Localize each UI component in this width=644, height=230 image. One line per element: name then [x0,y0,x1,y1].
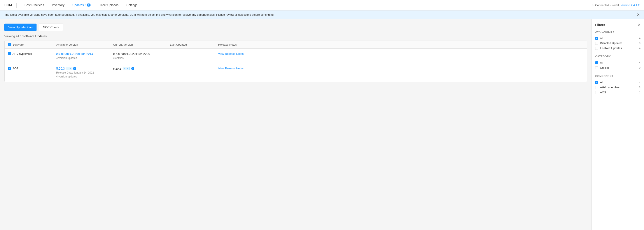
filter-aos-cb[interactable] [595,91,598,94]
col-release-notes: Release Notes [218,43,584,46]
row1-checkbox[interactable] [8,52,11,55]
row1-entities-link[interactable]: 3 entities [113,57,170,60]
nav-item-direct-uploads[interactable]: Direct Uploads [95,0,122,10]
row2-current-version: 5.20.2 LTS i [113,67,170,70]
filter-section-category: Category All 4 Critical 0 [595,55,640,70]
row2-release-notes-link[interactable]: View Release Notes [218,67,244,70]
row1-available-sub: 4 version updates [56,57,113,60]
filter-section-category-title: Category [595,55,640,58]
filter-component-all[interactable]: All 4 [595,80,640,85]
row1-available-version: el7.nutanix.20201105.2244 4 version upda… [56,52,113,60]
nav-item-inventory[interactable]: Inventory [48,0,68,10]
viewing-label: Viewing all 4 Software Updates [4,34,587,38]
app-logo: LCM [4,3,12,7]
filter-disabled-updates[interactable]: Disabled Updates 0 [595,41,640,46]
row2-current-info-icon[interactable]: i [131,67,134,70]
filter-component-all-cb[interactable] [595,81,598,84]
row2-software: AOS [8,67,56,70]
col-current-version: Current Version [113,43,170,46]
nav-item-updates[interactable]: Updates ▾ 4 [69,0,94,10]
select-all-checkbox[interactable] [8,43,11,46]
filter-category-all-cb[interactable] [595,61,598,64]
connection-status: ✈ Connected - Portal [592,3,619,7]
main-area: View Update Plan NCC Check Viewing all 4… [0,19,592,230]
col-available-version: Available Version [56,43,113,46]
row2-release-date: Release Date: January 24, 2022 [56,71,113,74]
software-updates-table: Software Available Version Current Versi… [4,41,587,82]
row2-info-icon[interactable]: i [73,67,76,70]
filter-enabled-updates[interactable]: Enabled Updates 4 [595,46,640,51]
table-row: AHV hypervisor el7.nutanix.20201105.2244… [4,49,587,63]
filter-critical-cb[interactable] [595,66,598,69]
row1-available-version-link[interactable]: el7.nutanix.20201105.2244 [56,52,113,56]
nav-right: ✈ Connected - Portal Version 2.4.4.2 [592,3,640,7]
row2-current-lts-tag: LTS [123,67,130,70]
table-header: Software Available Version Current Versi… [4,41,587,49]
updates-badge: 4 [86,3,90,6]
banner-message: The latest available versions have been … [4,13,274,16]
info-banner: The latest available versions have been … [0,10,644,19]
filter-availability-all[interactable]: All 4 [595,36,640,41]
row2-checkbox[interactable] [8,67,11,70]
row2-release-notes: View Release Notes [218,67,584,70]
toolbar-buttons: View Update Plan NCC Check [4,23,587,31]
row1-current-version: el7.nutanix.20201105.2229 3 entities [113,52,170,60]
top-navigation: LCM Best Practices Inventory Updates ▾ 4… [0,0,644,10]
row2-available-version-link[interactable]: 5.20.3 [56,67,65,70]
content-area: View Update Plan NCC Check Viewing all 4… [0,19,644,230]
filter-ahv-cb[interactable] [595,86,598,89]
nav-item-settings[interactable]: Settings [123,0,141,10]
filters-close-button[interactable]: ✕ [638,23,640,27]
row1-release-notes: View Release Notes [218,52,584,55]
filter-section-availability-title: Availability [595,30,640,33]
filter-disabled-cb[interactable] [595,42,598,45]
filters-title: Filters [595,23,605,27]
col-software: Software [8,43,56,46]
view-update-plan-button[interactable]: View Update Plan [4,23,36,31]
nav-items: Best Practices Inventory Updates ▾ 4 Dir… [21,0,592,10]
filter-enabled-cb[interactable] [595,47,598,50]
nav-item-best-practices[interactable]: Best Practices [21,0,48,10]
filter-aos[interactable]: AOS 1 [595,90,640,95]
banner-close-button[interactable]: ✕ [637,13,640,17]
col-last-updated: Last Updated [170,43,218,46]
filter-section-availability: Availability All 4 Disabled Updates 0 En… [595,30,640,51]
row2-lts-tag: LTS [66,67,72,70]
filter-availability-all-cb[interactable] [595,37,598,40]
updates-dropdown-icon: ▾ [85,4,86,6]
filter-section-component-title: Component [595,75,640,78]
version-link[interactable]: Version 2.4.4.2 [620,3,640,7]
connected-icon: ✈ [592,3,594,7]
table-row: AOS 5.20.3 LTS i Release Date: January 2… [4,63,587,82]
row2-available-sub: 4 version updates [56,75,113,78]
row1-software: AHV hypervisor [8,52,56,55]
filter-section-component: Component All 4 AHV hypervisor 3 AOS [595,75,640,95]
filter-ahv-hypervisor[interactable]: AHV hypervisor 3 [595,85,640,90]
row1-release-notes-link[interactable]: View Release Notes [218,52,244,55]
filter-critical[interactable]: Critical 0 [595,65,640,70]
filters-header: Filters ✕ [595,23,640,27]
filter-category-all[interactable]: All 4 [595,60,640,65]
row2-available-version: 5.20.3 LTS i Release Date: January 24, 2… [56,67,113,78]
filters-panel: Filters ✕ Availability All 4 Disabled Up… [592,19,644,230]
ncc-check-button[interactable]: NCC Check [39,23,63,31]
